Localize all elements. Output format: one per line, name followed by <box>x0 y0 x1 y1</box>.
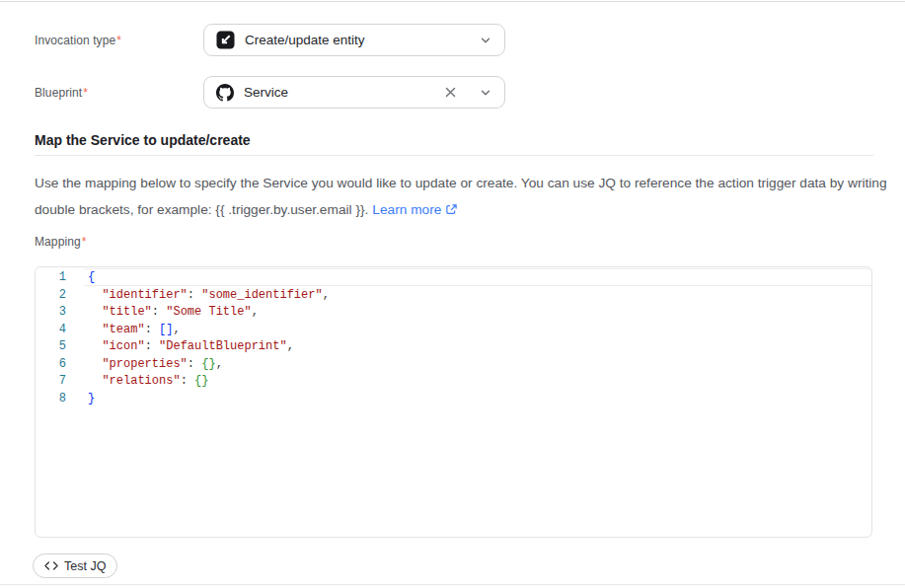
code-line[interactable]: "team": [], <box>88 322 867 339</box>
description-line-1: Use the mapping below to specify the Ser… <box>35 170 887 196</box>
editor-gutter: 12345678 <box>36 269 66 407</box>
learn-more-link[interactable]: Learn more <box>372 202 441 217</box>
blueprint-value: Service <box>244 85 434 100</box>
test-jq-button-label: Test JQ <box>64 559 106 573</box>
section-heading: Map the Service to update/create <box>35 132 251 148</box>
github-icon <box>216 84 234 102</box>
create-update-entity-icon <box>216 31 235 49</box>
invocation-type-value: Create/update entity <box>245 33 470 47</box>
code-brackets-icon <box>44 561 58 570</box>
line-number: 6 <box>36 356 66 374</box>
required-asterisk: * <box>83 86 88 100</box>
line-number: 4 <box>36 322 66 339</box>
editor-code[interactable]: { "identifier": "some_identifier", "titl… <box>88 269 867 407</box>
chevron-down-icon[interactable] <box>480 35 491 46</box>
external-link-icon[interactable] <box>445 198 458 225</box>
required-asterisk: * <box>116 34 121 47</box>
test-jq-button[interactable]: Test JQ <box>33 553 117 578</box>
chevron-down-icon[interactable] <box>480 87 491 99</box>
description-line-2-text: double brackets, for example: {{ .trigge… <box>35 202 368 217</box>
code-line[interactable]: "identifier": "some_identifier", <box>88 287 867 305</box>
bottom-divider <box>0 584 905 585</box>
blueprint-label-text: Blueprint <box>35 86 82 100</box>
code-line[interactable]: "title": "Some Title", <box>88 304 867 322</box>
section-description: Use the mapping below to specify the Ser… <box>35 170 887 225</box>
code-line[interactable]: "properties": {}, <box>88 356 867 374</box>
line-number: 2 <box>36 287 66 305</box>
blueprint-label: Blueprint* <box>35 86 88 100</box>
mapping-label-text: Mapping <box>35 235 81 249</box>
action-mapping-form: Invocation type* Create/update entity Bl… <box>0 0 905 588</box>
code-line[interactable]: { <box>88 269 867 287</box>
line-number: 7 <box>36 373 66 391</box>
line-number: 3 <box>36 304 66 322</box>
mapping-code-editor[interactable]: 12345678 { "identifier": "some_identifie… <box>35 266 872 538</box>
blueprint-select[interactable]: Service <box>203 76 505 109</box>
clear-icon[interactable] <box>444 86 457 99</box>
line-number: 5 <box>36 338 66 356</box>
invocation-type-select[interactable]: Create/update entity <box>203 24 505 56</box>
top-divider <box>0 1 905 2</box>
line-number: 8 <box>36 391 66 408</box>
mapping-label: Mapping* <box>35 235 87 249</box>
code-line[interactable]: } <box>88 391 867 408</box>
description-line-2: double brackets, for example: {{ .trigge… <box>35 196 887 225</box>
line-number: 1 <box>36 269 66 287</box>
required-asterisk: * <box>82 235 87 249</box>
section-divider <box>35 155 873 156</box>
code-line[interactable]: "icon": "DefaultBlueprint", <box>88 338 867 356</box>
invocation-type-label-text: Invocation type <box>35 34 115 47</box>
code-line[interactable]: "relations": {} <box>88 373 867 391</box>
invocation-type-label: Invocation type* <box>35 34 121 47</box>
